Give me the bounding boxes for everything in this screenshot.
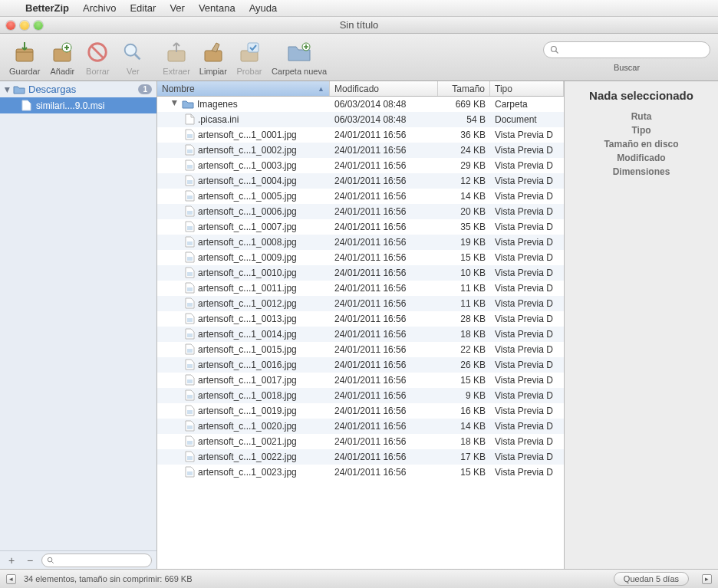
search-input[interactable] (564, 44, 703, 55)
sidebar-remove-button[interactable]: − (23, 554, 37, 567)
new-folder-button[interactable]: Carpeta nueva (267, 39, 331, 76)
status-left-button[interactable]: ◂ (6, 574, 16, 584)
save-button[interactable]: Guardar (5, 39, 44, 76)
svg-rect-24 (187, 318, 193, 322)
delete-button[interactable]: Borrar (80, 39, 115, 76)
table-row[interactable]: artensoft_c...1_0006.jpg24/01/2011 16:56… (157, 204, 564, 219)
file-modified: 24/01/2011 16:56 (330, 298, 438, 309)
clean-button[interactable]: Limpiar (195, 39, 232, 76)
table-row[interactable]: artensoft_c...1_0022.jpg24/01/2011 16:56… (157, 449, 564, 465)
toolbar-label: Añadir (50, 67, 74, 76)
inspector-label-dimensions: Dimensiones (613, 166, 670, 177)
add-button[interactable]: Añadir (44, 39, 80, 76)
document-icon (21, 100, 31, 111)
table-row[interactable]: artensoft_c...1_0005.jpg24/01/2011 16:56… (157, 189, 564, 204)
inspector-title: Nada seleccionado (572, 89, 710, 102)
image-file-icon (185, 282, 195, 294)
table-row[interactable]: artensoft_c...1_0015.jpg24/01/2011 16:56… (157, 342, 564, 357)
file-modified: 24/01/2011 16:56 (330, 283, 438, 294)
search-icon (47, 557, 54, 564)
table-row[interactable]: artensoft_c...1_0007.jpg24/01/2011 16:56… (157, 219, 564, 235)
table-row[interactable]: artensoft_c...1_0011.jpg24/01/2011 16:56… (157, 281, 564, 296)
table-row[interactable]: artensoft_c...1_0012.jpg24/01/2011 16:56… (157, 296, 564, 311)
disclosure-triangle-icon[interactable]: ▶ (171, 100, 179, 108)
file-type: Carpeta (490, 99, 564, 110)
file-type: Vista Previa D (490, 237, 564, 248)
image-file-icon (185, 251, 195, 263)
menu-editar[interactable]: Editar (123, 2, 163, 14)
menu-ver[interactable]: Ver (163, 2, 192, 14)
table-row[interactable]: artensoft_c...1_0021.jpg24/01/2011 16:56… (157, 434, 564, 449)
column-type[interactable]: Tipo (490, 81, 564, 96)
table-row[interactable]: artensoft_c...1_0019.jpg24/01/2011 16:56… (157, 403, 564, 419)
svg-rect-8 (248, 43, 259, 52)
table-row[interactable]: artensoft_c...1_0023.jpg24/01/2011 16:56… (157, 465, 564, 480)
sidebar-filter-input[interactable] (58, 556, 147, 565)
search-label: Buscar (543, 63, 710, 72)
table-row[interactable]: ▶Imagenes06/03/2014 08:48669 KBCarpeta (157, 97, 564, 112)
file-rows[interactable]: ▶Imagenes06/03/2014 08:48669 KBCarpeta.p… (157, 97, 564, 569)
file-type: Vista Previa D (490, 160, 564, 171)
sidebar-add-button[interactable]: + (5, 554, 18, 567)
toolbar-label: Probar (236, 67, 262, 76)
test-button[interactable]: Probar (232, 39, 267, 76)
menu-ayuda[interactable]: Ayuda (242, 2, 285, 14)
file-size: 17 KB (438, 452, 490, 462)
table-row[interactable]: artensoft_c...1_0020.jpg24/01/2011 16:56… (157, 419, 564, 434)
file-size: 10 KB (438, 268, 490, 278)
view-button[interactable]: Ver (115, 39, 150, 76)
file-type: Vista Previa D (490, 406, 564, 416)
image-file-icon (185, 420, 195, 432)
toolbar-label: Guardar (9, 67, 40, 76)
table-row[interactable]: .picasa.ini06/03/2014 08:4854 BDocument (157, 112, 564, 127)
file-name: artensoft_c...1_0009.jpg (198, 252, 297, 263)
table-row[interactable]: artensoft_c...1_0004.jpg24/01/2011 16:56… (157, 173, 564, 189)
svg-rect-26 (187, 349, 193, 353)
svg-rect-31 (187, 425, 193, 429)
trial-button[interactable]: Quedan 5 días (614, 572, 689, 586)
menu-ventana[interactable]: Ventana (192, 2, 242, 14)
table-row[interactable]: artensoft_c...1_0013.jpg24/01/2011 16:56… (157, 311, 564, 327)
file-modified: 24/01/2011 16:56 (330, 160, 438, 171)
svg-rect-29 (187, 395, 193, 399)
file-type: Vista Previa D (490, 360, 564, 370)
file-name: artensoft_c...1_0002.jpg (198, 145, 297, 156)
column-modified[interactable]: Modificado (330, 81, 438, 96)
table-row[interactable]: artensoft_c...1_0001.jpg24/01/2011 16:56… (157, 127, 564, 143)
table-row[interactable]: artensoft_c...1_0002.jpg24/01/2011 16:56… (157, 143, 564, 158)
document-icon (185, 113, 195, 125)
file-size: 16 KB (438, 406, 490, 416)
extract-button[interactable]: Extraer (158, 39, 194, 76)
image-file-icon (185, 374, 195, 386)
image-file-icon (185, 129, 195, 140)
file-modified: 24/01/2011 16:56 (330, 467, 438, 478)
file-modified: 24/01/2011 16:56 (330, 314, 438, 324)
sidebar-item[interactable]: similari....9.0.msi (0, 97, 156, 113)
column-headers: Nombre ▲ Modificado Tamaño Tipo (157, 81, 564, 97)
table-row[interactable]: artensoft_c...1_0017.jpg24/01/2011 16:56… (157, 373, 564, 388)
table-row[interactable]: artensoft_c...1_0016.jpg24/01/2011 16:56… (157, 357, 564, 373)
table-row[interactable]: artensoft_c...1_0018.jpg24/01/2011 16:56… (157, 388, 564, 403)
search-field[interactable] (543, 41, 710, 58)
column-size[interactable]: Tamaño (438, 81, 490, 96)
disclosure-triangle-icon[interactable]: ▶ (4, 87, 12, 92)
svg-rect-17 (187, 211, 193, 215)
column-name[interactable]: Nombre ▲ (157, 81, 330, 96)
app-menu[interactable]: BetterZip (18, 2, 76, 14)
table-row[interactable]: artensoft_c...1_0014.jpg24/01/2011 16:56… (157, 327, 564, 342)
status-right-button[interactable]: ▸ (702, 574, 712, 584)
svg-rect-0 (16, 49, 33, 61)
file-type: Vista Previa D (490, 329, 564, 340)
sidebar-filter[interactable] (41, 554, 152, 567)
folder-plus-icon (286, 39, 312, 65)
file-type: Vista Previa D (490, 206, 564, 217)
svg-rect-19 (187, 241, 193, 245)
image-file-icon (185, 297, 195, 309)
menu-archivo[interactable]: Archivo (76, 2, 123, 14)
svg-rect-5 (168, 51, 185, 61)
table-row[interactable]: artensoft_c...1_0003.jpg24/01/2011 16:56… (157, 158, 564, 173)
table-row[interactable]: artensoft_c...1_0009.jpg24/01/2011 16:56… (157, 250, 564, 265)
table-row[interactable]: artensoft_c...1_0010.jpg24/01/2011 16:56… (157, 265, 564, 281)
table-row[interactable]: artensoft_c...1_0008.jpg24/01/2011 16:56… (157, 235, 564, 250)
sidebar-root[interactable]: ▶ Descargas 1 (0, 81, 156, 97)
